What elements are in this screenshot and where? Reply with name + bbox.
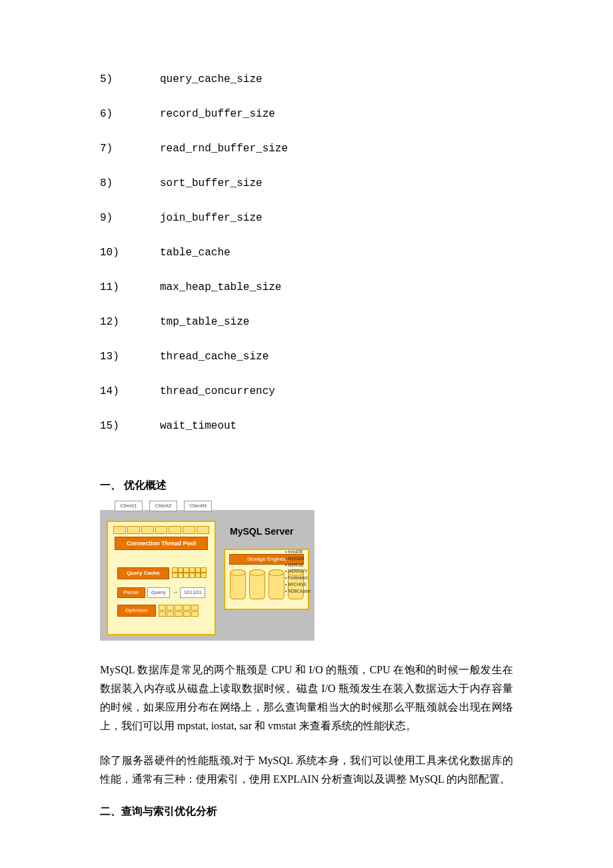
diagram-optimizer-grid — [159, 605, 199, 617]
diagram-query-code: 101101 — [180, 587, 205, 598]
list-item: 11) max_heap_table_size — [100, 281, 513, 293]
diagram-client-box: ClientN — [184, 501, 212, 511]
list-number: 10) — [100, 247, 160, 259]
diagram-engine-list: • InnoDB • MyISAM • MERGE • MEMORY • Fed… — [285, 549, 310, 594]
document-page: 5) query_cache_size 6) record_buffer_siz… — [0, 0, 613, 868]
engine-item: • ARCHIVE — [285, 581, 310, 588]
diagram-left-panel: Connection Thread Pool Query Cache Parse… — [107, 521, 216, 635]
diagram-server-label: MySQL Server — [230, 526, 293, 537]
list-item: 10) table_cache — [100, 247, 513, 259]
parameter-list: 5) query_cache_size 6) record_buffer_siz… — [100, 73, 513, 432]
list-value: read_rnd_buffer_size — [160, 143, 513, 155]
list-item: 15) wait_timeout — [100, 420, 513, 432]
cylinder-icon — [249, 571, 265, 599]
list-number: 5) — [100, 73, 160, 85]
engine-item: • MERGE — [285, 562, 310, 569]
list-value: sort_buffer_size — [160, 177, 513, 189]
list-item: 8) sort_buffer_size — [100, 177, 513, 189]
list-item: 12) tmp_table_size — [100, 316, 513, 328]
diagram-parser: Parser — [117, 587, 145, 598]
list-value: join_buffer_size — [160, 212, 513, 224]
engine-item: • NDBCluster — [285, 588, 310, 595]
section-heading-overview: 一、 优化概述 — [100, 479, 513, 493]
diagram-query: Query — [147, 587, 170, 598]
list-value: tmp_table_size — [160, 316, 513, 328]
list-item: 14) thread_concurrency — [100, 385, 513, 397]
list-value: thread_concurrency — [160, 385, 513, 397]
engine-item: • InnoDB — [285, 549, 310, 555]
list-number: 6) — [100, 108, 160, 120]
list-item: 9) join_buffer_size — [100, 212, 513, 224]
list-value: max_heap_table_size — [160, 281, 513, 293]
arrow-icon: → — [172, 587, 178, 598]
list-item: 6) record_buffer_size — [100, 108, 513, 120]
diagram-cache-grid — [172, 567, 207, 578]
list-number: 8) — [100, 177, 160, 189]
list-number: 14) — [100, 385, 160, 397]
list-item: 7) read_rnd_buffer_size — [100, 143, 513, 155]
list-item: 13) thread_cache_size — [100, 351, 513, 363]
body-paragraph: MySQL 数据库是常见的两个瓶颈是 CPU 和 I/O 的瓶颈，CPU 在饱和… — [100, 661, 513, 735]
list-item: 5) query_cache_size — [100, 73, 513, 85]
list-value: thread_cache_size — [160, 351, 513, 363]
diagram-parser-row: Parser Query → 101101 — [117, 587, 205, 598]
list-number: 9) — [100, 212, 160, 224]
list-value: record_buffer_size — [160, 108, 513, 120]
engine-item: • MyISAM — [285, 555, 310, 562]
list-number: 12) — [100, 316, 160, 328]
diagram-query-cache: Query Cache — [117, 567, 169, 579]
list-value: wait_timeout — [160, 420, 513, 432]
mysql-architecture-diagram: Client1 Client2 ClientN Connection Threa… — [100, 510, 314, 641]
diagram-optimizer-row: Optimizer — [117, 605, 199, 617]
cylinder-icon — [269, 571, 285, 599]
diagram-client-box: Client1 — [115, 501, 143, 511]
section-heading-query-index: 二、查询与索引优化分析 — [100, 805, 513, 819]
diagram-connection-pool: Connection Thread Pool — [115, 537, 208, 550]
diagram-client-box: Client2 — [149, 501, 177, 511]
list-number: 15) — [100, 420, 160, 432]
cylinder-icon — [230, 571, 246, 599]
diagram-optimizer: Optimizer — [117, 605, 156, 617]
body-paragraph: 除了服务器硬件的性能瓶颈,对于 MySQL 系统本身，我们可以使用工具来优化数据… — [100, 751, 513, 789]
list-value: query_cache_size — [160, 73, 513, 85]
list-number: 7) — [100, 143, 160, 155]
engine-item: • Federated — [285, 575, 310, 581]
engine-item: • MEMORY — [285, 568, 310, 575]
diagram-thread-slots — [113, 526, 209, 534]
list-number: 13) — [100, 351, 160, 363]
list-value: table_cache — [160, 247, 513, 259]
list-number: 11) — [100, 281, 160, 293]
